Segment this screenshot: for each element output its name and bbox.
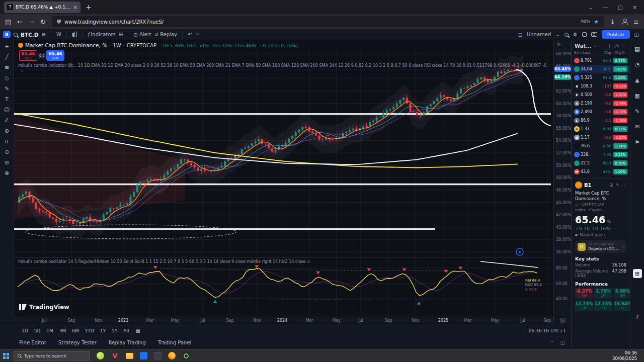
oscillator-legend[interactable]: mikul's combo oscillator 14 5 Regular/Hi… xyxy=(18,259,310,264)
help-icon[interactable]: ? xyxy=(633,312,642,321)
watchlist-row[interactable]: 338.7.352.22% xyxy=(572,150,630,159)
save-layout-icon[interactable]: ◻ xyxy=(518,32,522,37)
tab-close-icon[interactable]: × xyxy=(73,5,77,10)
trendline-tool[interactable]: ╱ xyxy=(5,54,9,60)
cursor-tool[interactable]: + xyxy=(5,44,9,49)
quick-search-icon[interactable] xyxy=(565,33,569,37)
calendar-icon[interactable]: ▦ xyxy=(633,91,642,100)
watchlist-row[interactable]: 22.586.90.39% xyxy=(572,159,630,167)
templates-icon[interactable]: ⊞ xyxy=(119,32,123,37)
watchlist-row[interactable]: M43,8432.1.00% xyxy=(572,167,630,176)
magnet-tool[interactable]: ∪ xyxy=(5,139,9,144)
settings-gear-icon[interactable]: ⚙ xyxy=(573,32,578,37)
bookmark-star-icon[interactable]: ★ xyxy=(594,19,599,25)
redo-icon[interactable]: ↷ xyxy=(195,32,199,37)
watchlist-row[interactable]: E2,490-3.8-0.15% xyxy=(572,108,630,116)
forward-icon[interactable]: → xyxy=(29,18,34,26)
symbol-button[interactable]: BTC.D xyxy=(21,32,39,38)
hide-indicator-icon[interactable]: ⊘ xyxy=(307,259,310,264)
back-icon[interactable]: ← xyxy=(17,18,23,26)
range-ytd[interactable]: YTD xyxy=(83,327,97,334)
tab-pine-editor[interactable]: Pine Editor xyxy=(19,340,46,345)
reload-icon[interactable]: ↻ xyxy=(40,18,46,26)
measure-tool[interactable]: ∠ xyxy=(5,118,10,123)
browser-tab[interactable]: T BTC.D 65.46% ▲ +0.16% Unnam × xyxy=(4,2,80,13)
apps-grid-icon[interactable]: ⊞ xyxy=(633,269,642,278)
chat-icon[interactable]: ✉ xyxy=(633,122,642,131)
maximize-icon[interactable]: □ xyxy=(618,5,622,10)
start-button[interactable] xyxy=(3,353,9,359)
watchlist-row[interactable]: X2.190-0.0-0.74% xyxy=(572,99,630,108)
watchlist-column[interactable]: Chg% xyxy=(612,51,627,55)
detail-more-icon[interactable]: ⋯ xyxy=(622,183,626,188)
chart-type-icon[interactable] xyxy=(72,32,77,38)
watchlist-row[interactable]: 5,32581.61.56% xyxy=(572,73,630,82)
tab-list-chevron-icon[interactable]: ⌄ xyxy=(589,5,593,10)
sell-button[interactable]: 65.46 SELL xyxy=(19,50,37,61)
range-1y[interactable]: 1Y xyxy=(98,327,108,334)
watchlist-row[interactable]: E0.500-0.0-1.51% xyxy=(572,90,630,99)
emoji-tool[interactable]: ☺ xyxy=(4,107,10,113)
watchlist-row[interactable]: 76.60.861.14% xyxy=(572,142,630,150)
detail-grid-icon[interactable]: ⊞ xyxy=(609,183,613,188)
new-tab-button[interactable]: + xyxy=(86,3,92,11)
taskbar-search[interactable]: Type here to search xyxy=(14,351,90,360)
watchlist-icon[interactable]: ▤ xyxy=(633,44,642,53)
obs-icon[interactable] xyxy=(182,352,190,359)
file-explorer-icon[interactable] xyxy=(126,353,133,359)
compare-icon[interactable]: ⊕ xyxy=(42,32,46,37)
hide-tool[interactable]: ⊘ xyxy=(5,160,9,165)
detail-edit-icon[interactable]: ✎ xyxy=(615,183,619,188)
watchlist-row[interactable]: 24,04383.1.62% xyxy=(572,65,630,73)
alerts-icon[interactable]: ◔ xyxy=(633,60,642,69)
add-symbol-icon[interactable]: + xyxy=(607,43,611,49)
axis-unit-label[interactable]: % xyxy=(557,43,561,47)
watchlist-more-icon[interactable]: ⋯ xyxy=(622,43,627,49)
watchlist-column[interactable]: Chg xyxy=(600,51,611,55)
goto-date-icon[interactable]: ▦ xyxy=(135,328,140,333)
range-3m[interactable]: 3M xyxy=(57,327,69,334)
collapse-panel-icon[interactable]: ⌃ xyxy=(550,340,554,345)
watchlist-row[interactable]: B108,3-137-0.13% xyxy=(572,82,630,90)
watchlist-row[interactable]: L86.9-1.1-1.19% xyxy=(572,116,630,125)
undo-icon[interactable]: ↶ xyxy=(188,32,192,37)
blue-app-icon[interactable] xyxy=(140,352,147,359)
red-v-app-icon[interactable]: V xyxy=(111,351,119,360)
news-notification[interactable]: Ð 27 minutes ago · Dogecoin (DOGE)... › xyxy=(575,240,626,253)
tab-strategy-tester[interactable]: Strategy Tester xyxy=(58,340,97,345)
menu-icon[interactable]: ≡ xyxy=(633,18,639,26)
brush-tool[interactable]: ✎ xyxy=(5,86,9,92)
symbol-search-icon[interactable] xyxy=(14,33,18,37)
fib-retracement-tool[interactable]: ≡ xyxy=(5,65,9,70)
indicator-legend[interactable]: mikul's combo indicator (lit... 10 1D EM… xyxy=(18,63,546,68)
minimize-icon[interactable]: — xyxy=(603,5,608,10)
streams-icon[interactable]: ⚑ xyxy=(633,138,642,147)
replay-button[interactable]: ↺Replay xyxy=(154,32,177,37)
account-icon[interactable] xyxy=(621,19,627,25)
zoom-level[interactable]: 90% xyxy=(581,19,590,24)
watchlist-column[interactable]: Last xyxy=(583,51,599,55)
chart-pane[interactable]: RSI 68.4ROC 55.2K 47.9 Market Cap BTC Do… xyxy=(14,40,553,316)
range-1d[interactable]: 1D xyxy=(19,327,31,334)
watchlist-column[interactable]: Sym xyxy=(574,51,582,55)
tab-replay-trading[interactable]: Replay Trading xyxy=(109,340,146,345)
interval-button[interactable]: W xyxy=(56,32,61,37)
range-5d[interactable]: 5D xyxy=(32,327,43,334)
alert-button[interactable]: ◷Alert xyxy=(133,32,151,37)
screenshot-icon[interactable] xyxy=(591,32,597,37)
range-all[interactable]: All xyxy=(121,327,131,334)
layout-name[interactable]: Unnamed xyxy=(527,32,551,37)
range-5y[interactable]: 5Y xyxy=(109,327,120,334)
watchlist-row[interactable]: 8,79163.30.72% xyxy=(572,56,630,65)
watchlist-title[interactable]: Wat... xyxy=(575,43,592,49)
taskbar-clock[interactable]: 06:36 30/06/2025 xyxy=(612,350,641,361)
server-clock[interactable]: 06:36:16 UTC+1 xyxy=(529,328,566,333)
zoom-tool[interactable]: ⊕ xyxy=(5,128,9,134)
tab-trading-panel[interactable]: Trading Panel xyxy=(158,340,192,345)
hotlists-icon[interactable]: ▲ xyxy=(633,75,642,84)
ideas-icon[interactable]: ✎ xyxy=(633,107,642,116)
trash-tool[interactable]: ⊗ xyxy=(5,170,9,176)
dark-app-icon[interactable] xyxy=(154,352,162,359)
watchlist-row[interactable]: G1.370.000.17% xyxy=(572,125,630,133)
firefox-icon[interactable] xyxy=(168,352,176,359)
